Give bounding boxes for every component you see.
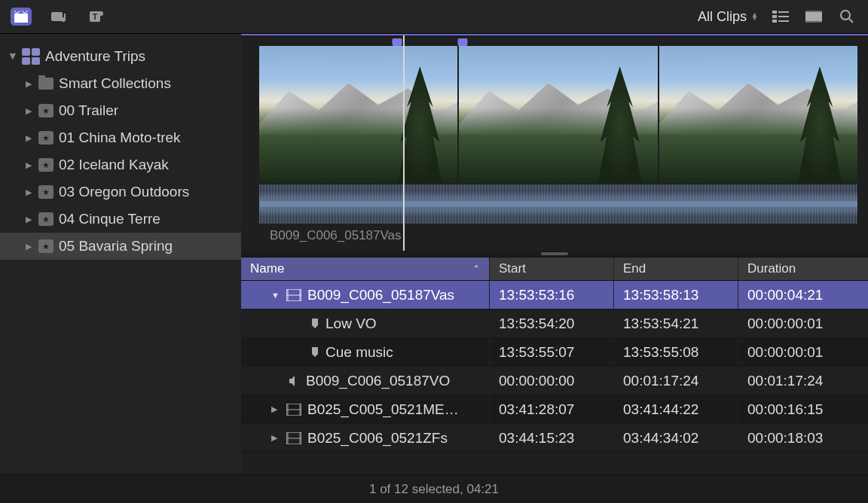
svg-rect-7 [772,11,777,14]
sidebar-item-label: 02 Iceland Kayak [59,157,169,173]
clip-start: 13:53:53:16 [490,281,614,309]
svg-rect-1 [51,12,63,21]
folder-icon [38,78,53,90]
clip-start: 03:41:28:07 [490,395,614,423]
disclosure-triangle-icon[interactable]: ▶ [26,133,33,143]
column-header-name[interactable]: Name ⌃ [241,258,490,280]
sidebar-item-label: Smart Collections [59,75,171,92]
clip-row[interactable]: ▼B009_C006_05187Vas13:53:53:1613:53:58:1… [241,281,868,309]
filmstrip-clip-name: B009_C006_05187Vas [259,224,857,248]
sidebar-item[interactable]: ▶★03 Oregon Outdoors [0,178,241,206]
search-icon[interactable] [836,8,857,26]
pane-resize-handle[interactable] [241,251,868,257]
column-header-end[interactable]: End [614,258,738,280]
disclosure-triangle-icon[interactable]: ▶ [8,53,18,60]
svg-rect-3 [64,14,66,20]
disclosure-triangle-icon[interactable]: ▶ [271,404,280,414]
status-bar: 1 of 12 selected, 04:21 [0,474,868,503]
clip-name: B025_C006_0521ZFs [307,430,448,447]
disclosure-triangle-icon[interactable]: ▶ [26,187,33,197]
svg-point-16 [841,11,850,20]
clip-row[interactable]: ▶B025_C005_0521ME…03:41:28:0703:41:44:22… [241,395,868,424]
clip-start: 13:53:55:07 [490,338,614,366]
clip-row[interactable]: Cue music13:53:55:0713:53:55:0800:00:00:… [241,338,868,367]
clip-start: 00:00:00:00 [490,367,614,395]
clip-end: 00:01:17:24 [614,367,738,395]
sidebar-item[interactable]: ▶★04 Cinque Terre [0,206,241,233]
svg-point-6 [99,11,103,16]
filmstrip-thumbnail[interactable] [459,46,657,183]
clip-name: Cue music [326,344,393,361]
svg-rect-14 [805,11,822,12]
sidebar-item[interactable]: ▶★02 Iceland Kayak [0,151,241,178]
column-header-start[interactable]: Start [490,258,614,280]
event-star-icon: ★ [38,212,53,226]
library-sidebar: ▶ Adventure Trips ▶Smart Collections▶★00… [0,34,241,474]
clip-end: 13:53:54:21 [614,309,738,337]
sidebar-item-label: 04 Cinque Terre [59,211,160,227]
disclosure-triangle-icon[interactable]: ▶ [26,79,33,89]
photos-music-icon[interactable] [48,8,69,26]
film-icon [286,289,301,301]
filmstrip-view-icon[interactable] [803,8,824,26]
clip-duration: 00:00:18:03 [738,424,868,452]
svg-rect-10 [778,11,789,13]
clip-name: B009_C006_05187Vas [307,287,454,303]
clip-name: B025_C005_0521ME… [307,401,459,418]
svg-rect-11 [778,16,789,17]
clip-filter-dropdown[interactable]: All Clips ▲▼ [698,9,758,25]
event-star-icon: ★ [38,185,53,199]
clip-end: 03:44:34:02 [614,424,738,452]
list-view-icon[interactable] [770,8,791,26]
clip-start: 03:44:15:23 [490,424,614,452]
event-star-icon: ★ [38,239,53,253]
clip-filter-label: All Clips [698,9,747,25]
column-header-duration[interactable]: Duration [738,258,868,280]
disclosure-triangle-icon[interactable]: ▶ [26,242,33,252]
filmstrip-thumbnail[interactable] [659,46,857,183]
svg-rect-9 [772,20,777,23]
sidebar-item[interactable]: ▶★00 Trailer [0,97,241,124]
film-icon [286,404,301,416]
clip-row[interactable]: B009_C006_05187VO00:00:00:0000:01:17:240… [241,367,868,395]
filmstrip-browser[interactable]: B009_C006_05187Vas [241,34,868,251]
clip-row[interactable]: ▶B025_C006_0521ZFs03:44:15:2303:44:34:02… [241,424,868,453]
svg-rect-18 [22,48,30,56]
clip-start: 13:53:54:20 [490,309,614,337]
clip-duration: 00:00:04:21 [738,281,868,309]
sidebar-item-label: 05 Bavaria Spring [59,238,173,255]
sort-ascending-icon: ⌃ [472,264,480,274]
top-toolbar: T All Clips ▲▼ [0,0,868,34]
audio-waveform[interactable] [259,184,857,224]
disclosure-triangle-icon[interactable]: ▶ [26,106,33,116]
clip-duration: 00:00:00:01 [738,309,868,337]
sidebar-item[interactable]: ▶Smart Collections [0,70,241,97]
clip-list: ▼B009_C006_05187Vas13:53:53:1613:53:58:1… [241,281,868,453]
svg-text:T: T [93,12,98,21]
status-text: 1 of 12 selected, 04:21 [369,482,499,497]
clip-row[interactable]: Low VO13:53:54:2013:53:54:2100:00:00:01 [241,309,868,338]
sidebar-item[interactable]: ▶★05 Bavaria Spring [0,233,241,260]
svg-rect-8 [772,15,777,18]
disclosure-triangle-icon[interactable]: ▶ [271,433,280,443]
library-root[interactable]: ▶ Adventure Trips [0,43,241,70]
clip-end: 03:41:44:22 [614,395,738,423]
titles-generators-icon[interactable]: T [86,8,107,26]
clip-duration: 00:00:00:01 [738,338,868,366]
svg-line-17 [849,19,853,23]
clip-duration: 00:00:16:15 [738,395,868,423]
filmstrip-thumbnail[interactable] [259,46,457,183]
audio-icon [288,375,300,387]
svg-rect-21 [32,57,40,65]
clip-name: B009_C006_05187VO [306,373,450,389]
disclosure-triangle-icon[interactable]: ▶ [26,215,33,224]
sidebar-item[interactable]: ▶★01 China Moto-trek [0,124,241,151]
dropdown-arrows-icon: ▲▼ [751,13,758,20]
event-star-icon: ★ [38,104,53,117]
sidebar-item-label: 01 China Moto-trek [59,130,181,146]
clip-duration: 00:01:17:24 [738,367,868,395]
disclosure-triangle-icon[interactable]: ▼ [271,291,280,300]
library-media-icon[interactable] [11,8,32,26]
svg-rect-15 [805,21,822,23]
disclosure-triangle-icon[interactable]: ▶ [26,160,33,170]
